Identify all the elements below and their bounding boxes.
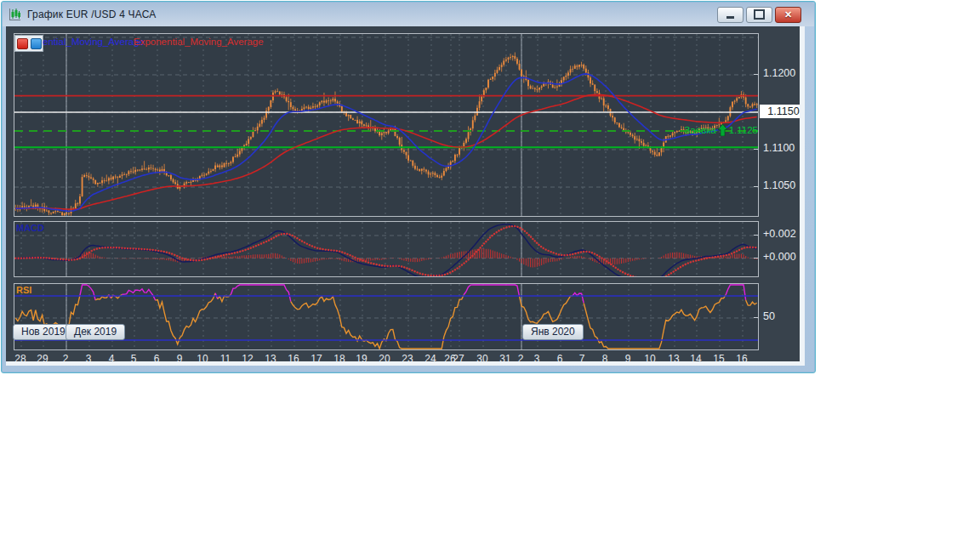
x-axis-label: 14 (687, 353, 705, 361)
rsi-line (746, 300, 757, 305)
month-label: Нов 2019 (13, 324, 74, 340)
x-axis-label: 3 (527, 353, 546, 361)
x-axis-label: 15 (709, 353, 728, 361)
x-axis-label: 10 (641, 353, 659, 361)
desktop: { "window": { "title": "График EUR /USD … (0, 0, 980, 551)
x-axis-label: 9 (618, 353, 637, 361)
rsi-chart-svg[interactable] (14, 284, 758, 349)
legend-ema-1: ential_Moving_Average (43, 37, 145, 47)
x-axis-label: 6 (147, 353, 166, 361)
current-price-box: 1.1150 (760, 105, 800, 118)
x-axis-label: 23 (398, 353, 417, 361)
candles-group (14, 53, 757, 216)
macd-line (15, 224, 756, 276)
macd-tick-label: +0.002 (763, 228, 796, 240)
x-axis-label: 17 (307, 353, 326, 361)
window-title: График EUR /USD 4 ЧАСА (27, 9, 157, 20)
app-icon (8, 8, 21, 21)
window-controls: ✕ (715, 7, 801, 23)
rsi-line (520, 296, 573, 324)
chart-window: График EUR /USD 4 ЧАСА ✕ ential_Moving_A… (1, 1, 816, 373)
rsi-overbought-segment (573, 293, 584, 303)
x-axis-label: 24 (421, 353, 440, 361)
axis-tick-mark (754, 235, 758, 236)
x-axis-label: 4 (102, 353, 121, 361)
x-axis-label: 16 (284, 353, 303, 361)
rsi-label: RSI (16, 285, 31, 295)
axis-tick-mark (754, 111, 758, 112)
x-axis-label: 9 (170, 353, 189, 361)
rsi-tick-label: 50 (763, 310, 775, 322)
x-axis-label: 3 (79, 353, 98, 361)
x-axis-label: 7 (573, 353, 591, 361)
x-axis-label: 20 (375, 353, 394, 361)
month-label: Дек 2019 (66, 324, 125, 340)
macd-tick-label: +0.000 (763, 251, 796, 263)
ema-fast-line (15, 74, 756, 212)
axis-tick-mark (754, 74, 758, 75)
x-axis-label: 19 (352, 353, 371, 361)
axis-tick-mark (754, 317, 758, 318)
minimize-button[interactable] (717, 7, 744, 23)
axis-tick-mark (754, 258, 758, 258)
minimize-icon (726, 16, 734, 19)
x-axis-label: 28 (11, 353, 30, 361)
axis-tick-mark (754, 149, 758, 150)
x-axis-label: 18 (330, 353, 349, 361)
price-tick-label: 1.1200 (763, 67, 795, 79)
rsi-panel[interactable] (14, 283, 759, 350)
x-axis-label: 6 (550, 353, 569, 361)
month-label: Янв 2020 (522, 324, 584, 340)
x-axis-label: 13 (664, 353, 683, 361)
rsi-line (156, 293, 215, 344)
legend-ema-2: Exponential_Moving_Average (134, 37, 264, 47)
x-axis-label: 11 (216, 353, 235, 361)
maximize-icon (754, 9, 765, 20)
close-icon: ✕ (784, 10, 792, 20)
rsi-overbought-segment (231, 285, 290, 302)
x-axis-label: 30 (473, 353, 492, 361)
rsi-overbought-segment (122, 289, 156, 300)
x-axis-label: 29 (33, 353, 52, 361)
x-axis-label: 5 (124, 353, 143, 361)
rsi-overbought-segment (464, 285, 519, 297)
price-tick-label: 1.1100 (763, 142, 795, 154)
x-axis-label: 2 (56, 353, 75, 361)
macd-label: MACD (16, 223, 44, 233)
x-axis-label: 8 (595, 353, 614, 361)
price-chart-panel[interactable] (14, 33, 759, 217)
x-axis-label: 13 (261, 353, 280, 361)
maximize-button[interactable] (746, 7, 772, 23)
x-axis-label: 10 (193, 353, 212, 361)
rsi-overbought-segment (726, 285, 745, 300)
macd-chart-svg[interactable] (14, 222, 758, 276)
macd-panel[interactable] (14, 221, 759, 277)
title-bar[interactable]: График EUR /USD 4 ЧАСА ✕ (3, 3, 814, 26)
blue-square-button[interactable] (31, 38, 42, 49)
red-square-button[interactable] (17, 38, 28, 49)
price-chart-svg[interactable] (14, 34, 758, 216)
x-axis-label: 16 (732, 353, 751, 361)
x-axis-label: 12 (238, 353, 257, 361)
price-tick-label: 1.1050 (763, 179, 795, 191)
x-axis-label: 27 (449, 353, 468, 361)
macd-signal-line (15, 226, 756, 276)
rsi-overbought-segment (80, 285, 95, 300)
chart-client-area: ential_Moving_Average Exponential_Moving… (6, 26, 800, 361)
indicator-buttons (14, 35, 43, 52)
axis-tick-mark (754, 186, 758, 187)
close-button[interactable]: ✕ (775, 7, 801, 23)
